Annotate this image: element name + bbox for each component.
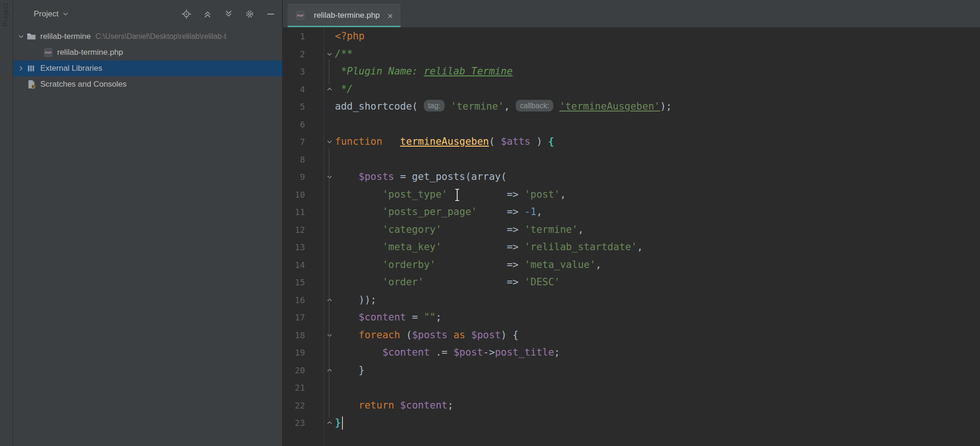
fold-start-icon[interactable]: [324, 133, 335, 151]
code-editor[interactable]: 1<?php2/**3 *Plugin Name: relilab Termin…: [283, 28, 980, 446]
code-text[interactable]: foreach ($posts as $post) {: [335, 327, 519, 344]
tree-item-scratches[interactable]: Scratches and Consoles: [13, 76, 282, 92]
fold-end-icon[interactable]: [324, 291, 335, 309]
code-line[interactable]: 21: [283, 379, 980, 397]
code-line[interactable]: 23}: [283, 414, 980, 432]
chevron-down-icon[interactable]: [62, 10, 69, 18]
line-number[interactable]: 18: [283, 327, 324, 344]
code-line[interactable]: 14 'orderby' => 'meta_value',: [283, 256, 980, 274]
line-number[interactable]: 15: [283, 274, 324, 291]
line-number[interactable]: 21: [283, 379, 324, 397]
project-panel-title[interactable]: Project: [34, 9, 59, 19]
code-line[interactable]: 18 foreach ($posts as $post) {: [283, 327, 980, 344]
line-number[interactable]: 16: [283, 291, 324, 309]
tab-close-icon[interactable]: ×: [387, 11, 393, 21]
line-number[interactable]: 1: [283, 28, 324, 45]
code-text[interactable]: $content = "";: [335, 309, 442, 327]
code-text[interactable]: 'category' => 'termine',: [335, 221, 584, 239]
fold-end-icon[interactable]: [324, 81, 335, 98]
fold-scope-line: [329, 59, 329, 84]
fold-start-icon[interactable]: [324, 168, 335, 186]
fold-start-icon[interactable]: [324, 327, 335, 344]
code-text[interactable]: *Plugin Name: relilab Termine: [335, 63, 512, 81]
line-number[interactable]: 12: [283, 221, 324, 239]
code-text[interactable]: }: [335, 362, 364, 379]
line-number[interactable]: 19: [283, 344, 324, 362]
code-text[interactable]: 'post_type' => 'post',: [335, 186, 566, 204]
code-text[interactable]: function termineAusgeben( $atts ) {: [335, 133, 554, 151]
code-line[interactable]: 3 *Plugin Name: relilab Termine: [283, 63, 980, 81]
fold-spacer: [324, 186, 335, 204]
line-number[interactable]: 22: [283, 397, 324, 415]
code-line[interactable]: 19 $content .= $post->post_title;: [283, 344, 980, 362]
code-text[interactable]: add_shortcode( tag: 'termine', callback:…: [335, 98, 672, 116]
line-number[interactable]: 13: [283, 238, 324, 256]
code-text[interactable]: }: [335, 414, 341, 432]
code-line[interactable]: 15 'order' => 'DESC': [283, 274, 980, 291]
editor-tab-bar: PHP relilab-termine.php ×: [283, 0, 980, 28]
code-line[interactable]: 1<?php: [283, 28, 980, 45]
code-line[interactable]: 12 'category' => 'termine',: [283, 221, 980, 239]
code-text[interactable]: 'order' => 'DESC': [335, 274, 560, 291]
code-line[interactable]: 16 ));: [283, 291, 980, 309]
code-text[interactable]: return $content;: [335, 397, 453, 415]
locate-icon[interactable]: [182, 9, 191, 19]
code-line[interactable]: 22 return $content;: [283, 397, 980, 415]
code-line[interactable]: 20 }: [283, 362, 980, 379]
fold-spacer: [324, 397, 335, 415]
ide-window: Project Project relilab-termineC:\Users\…: [0, 0, 980, 446]
fold-start-icon[interactable]: [324, 45, 335, 63]
line-number[interactable]: 11: [283, 203, 324, 221]
editor-tab-relilab-termine[interactable]: PHP relilab-termine.php ×: [288, 4, 401, 27]
code-text[interactable]: 'posts_per_page' => -1,: [335, 203, 542, 221]
code-text[interactable]: 'meta_key' => 'relilab_startdate',: [335, 238, 643, 256]
settings-icon[interactable]: [245, 9, 254, 19]
tree-item-root[interactable]: relilab-termineC:\Users\Daniel\Desktop\r…: [13, 29, 282, 45]
line-number[interactable]: 7: [283, 133, 324, 151]
code-line[interactable]: 9 $posts = get_posts(array(: [283, 168, 980, 186]
tree-item-external-libraries[interactable]: External Libraries: [13, 60, 282, 76]
code-text[interactable]: */: [335, 81, 353, 98]
expand-all-icon[interactable]: [224, 9, 233, 19]
collapse-all-icon[interactable]: [203, 9, 212, 19]
code-text[interactable]: /**: [335, 45, 353, 63]
code-line[interactable]: 11 'posts_per_page' => -1,: [283, 203, 980, 221]
code-text[interactable]: 'orderby' => 'meta_value',: [335, 256, 601, 274]
fold-end-icon[interactable]: [324, 362, 335, 379]
chevron-right-icon[interactable]: [16, 65, 26, 72]
code-text[interactable]: $posts = get_posts(array(: [335, 168, 507, 186]
line-number[interactable]: 2: [283, 45, 324, 63]
line-number[interactable]: 17: [283, 309, 324, 327]
fold-end-icon[interactable]: [324, 414, 335, 432]
code-text[interactable]: $content .= $post->post_title;: [335, 344, 560, 362]
code-line[interactable]: 6: [283, 116, 980, 134]
line-number[interactable]: 5: [283, 98, 324, 116]
line-number[interactable]: 20: [283, 362, 324, 379]
code-line[interactable]: 7function termineAusgeben( $atts ) {: [283, 133, 980, 151]
code-line[interactable]: 10 'post_type' => 'post',: [283, 186, 980, 204]
line-number[interactable]: 23: [283, 414, 324, 432]
code-text[interactable]: <?php: [335, 28, 364, 45]
code-line[interactable]: 4 */: [283, 81, 980, 98]
fold-spacer: [324, 274, 335, 291]
project-stripe-button[interactable]: Project: [2, 3, 9, 27]
code-line[interactable]: 2/**: [283, 45, 980, 63]
hide-icon[interactable]: [266, 9, 275, 19]
fold-spacer: [324, 344, 335, 362]
line-number[interactable]: 9: [283, 168, 324, 186]
chevron-down-icon[interactable]: [16, 33, 26, 40]
line-number[interactable]: 4: [283, 81, 324, 98]
code-line[interactable]: 13 'meta_key' => 'relilab_startdate',: [283, 238, 980, 256]
line-number[interactable]: 14: [283, 256, 324, 274]
code-line[interactable]: 5add_shortcode( tag: 'termine', callback…: [283, 98, 980, 116]
line-number[interactable]: 8: [283, 151, 324, 169]
line-number[interactable]: 6: [283, 116, 324, 134]
line-number[interactable]: 3: [283, 63, 324, 81]
line-number[interactable]: 10: [283, 186, 324, 204]
tree-item-file[interactable]: PHPrelilab-termine.php: [13, 45, 282, 60]
tree-item-label: External Libraries: [40, 64, 102, 73]
code-line[interactable]: 8: [283, 151, 980, 169]
code-text[interactable]: ));: [335, 291, 377, 309]
code-line[interactable]: 17 $content = "";: [283, 309, 980, 327]
tool-window-stripe: Project: [0, 0, 13, 446]
